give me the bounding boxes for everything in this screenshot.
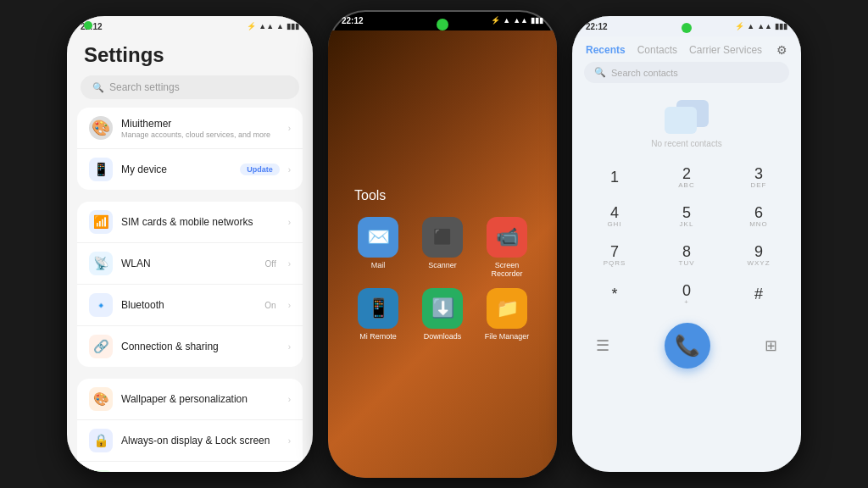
settings-search-bar[interactable]: 🔍 Search settings — [81, 75, 299, 99]
key-5[interactable]: 5JKL — [658, 197, 715, 235]
home-screen: Tools ✉️ Mail ⬛ Scanner 📹 Screen Recorde… — [328, 30, 557, 478]
network-card: 📶 SIM cards & mobile networks › 📡 WLAN O… — [77, 202, 303, 367]
bluetooth-value: On — [264, 301, 275, 310]
profile-name: Miuithemer — [121, 118, 280, 130]
app-scanner[interactable]: ⬛ Scanner — [415, 217, 470, 278]
aod-chevron: › — [288, 436, 291, 446]
tab-contacts[interactable]: Contacts — [637, 44, 677, 56]
aod-label: Always-on display & Lock screen — [121, 435, 280, 446]
bluetooth-row[interactable]: 🔹 Bluetooth On › — [77, 285, 303, 326]
sim-row[interactable]: 📶 SIM cards & mobile networks › — [77, 202, 303, 243]
tab-recents[interactable]: Recents — [586, 44, 626, 56]
key-3-number: 3 — [754, 166, 763, 181]
contact-search-bar[interactable]: 🔍 Search contacts — [584, 62, 789, 83]
key-3-letters: DEF — [751, 181, 767, 189]
wlan-icon: 📡 — [89, 252, 113, 275]
scanner-label: Scanner — [428, 261, 457, 269]
key-5-number: 5 — [682, 205, 691, 220]
no-contacts-icon — [665, 100, 709, 134]
settings-screen: Settings 🔍 Search settings 🎨 Miuithemer … — [67, 36, 313, 472]
key-4[interactable]: 4GHI — [586, 197, 643, 235]
key-7[interactable]: 7PQRS — [586, 236, 643, 274]
key-1[interactable]: 1 — [586, 158, 643, 196]
dialer-bottom-bar: ☰ 📞 ⊞ — [572, 318, 801, 374]
dialpad: 1 2ABC 3DEF 4GHI 5JKL 6MNO 7PQRS 8TUV 9W… — [572, 155, 801, 318]
profile-card: 🎨 Miuithemer Manage accounts, cloud serv… — [77, 108, 303, 190]
wallpaper-chevron: › — [288, 395, 291, 404]
connection-text: Connection & sharing — [121, 341, 280, 352]
app-file-manager[interactable]: 📁 File Manager — [480, 288, 534, 341]
device-row[interactable]: 📱 My device Update › — [77, 149, 303, 190]
sim-icon: 📶 — [89, 210, 113, 234]
device-text: My device — [121, 164, 231, 175]
key-8[interactable]: 8TUV — [658, 236, 715, 274]
search-contacts-placeholder: Search contacts — [611, 68, 678, 78]
call-button[interactable]: 📞 — [665, 323, 710, 369]
mail-label: Mail — [371, 261, 386, 269]
dialpad-icon[interactable]: ⊞ — [765, 336, 777, 355]
bt-icon-r: ⚡ — [735, 22, 744, 30]
screen-recorder-icon: 📹 — [487, 217, 527, 258]
bluetooth-label: Bluetooth — [121, 299, 256, 311]
search-icon: 🔍 — [92, 82, 104, 93]
wlan-chevron: › — [288, 259, 291, 269]
key-hash[interactable]: # — [730, 275, 787, 313]
profile-row[interactable]: 🎨 Miuithemer Manage accounts, cloud serv… — [77, 108, 303, 149]
key-8-letters: TUV — [679, 259, 695, 267]
key-6[interactable]: 6MNO — [730, 197, 787, 235]
signal-icon-r: ▲▲ — [757, 22, 772, 30]
file-manager-label: File Manager — [485, 332, 530, 341]
device-chevron: › — [288, 165, 291, 175]
dialer-screen: Recents Contacts Carrier Services ⚙ 🔍 Se… — [572, 36, 801, 472]
key-8-number: 8 — [682, 244, 691, 259]
key-9[interactable]: 9WXYZ — [730, 236, 787, 274]
wifi-icon: ▲ — [276, 22, 284, 30]
bluetooth-icon: 🔹 — [89, 293, 113, 317]
dialpad-row-2: 4GHI 5JKL 6MNO — [586, 197, 787, 235]
key-2[interactable]: 2ABC — [658, 158, 715, 196]
key-star-number: * — [611, 286, 617, 302]
dialpad-row-1: 1 2ABC 3DEF — [586, 158, 787, 196]
app-screen-recorder[interactable]: 📹 Screen Recorder — [480, 217, 534, 278]
sim-chevron: › — [288, 218, 291, 227]
signal-icon-m: ▲▲ — [513, 16, 528, 25]
key-5-letters: JKL — [680, 220, 694, 228]
status-bar-left: 22:12 ⚡ ▲▲ ▲ ▮▮▮ — [67, 16, 313, 36]
key-1-number: 1 — [610, 169, 619, 185]
display-row[interactable]: 💡 Display › — [77, 462, 303, 472]
connection-icon: 🔗 — [89, 335, 113, 358]
connection-row[interactable]: 🔗 Connection & sharing › — [77, 326, 303, 367]
screen-recorder-label: Screen Recorder — [480, 261, 534, 278]
device-update-badge[interactable]: Update — [240, 164, 280, 175]
scanner-icon: ⬛ — [422, 217, 463, 258]
app-downloads[interactable]: ⬇️ Downloads — [415, 288, 470, 341]
key-3[interactable]: 3DEF — [730, 158, 787, 196]
key-star[interactable]: * — [586, 275, 643, 313]
key-0[interactable]: 0+ — [658, 275, 715, 313]
app-mail[interactable]: ✉️ Mail — [351, 217, 405, 278]
key-4-letters: GHI — [607, 220, 621, 228]
profile-subtitle: Manage accounts, cloud services, and mor… — [121, 130, 280, 139]
tab-carrier-services[interactable]: Carrier Services — [689, 44, 762, 56]
battery-icon: ▮▮▮ — [287, 22, 299, 30]
aod-text: Always-on display & Lock screen — [121, 435, 280, 446]
key-0-letters: + — [684, 298, 689, 306]
aod-row[interactable]: 🔒 Always-on display & Lock screen › — [77, 420, 303, 462]
front-camera-middle — [437, 19, 448, 30]
display-card: 🎨 Wallpaper & personalization › 🔒 Always… — [77, 379, 303, 472]
menu-icon[interactable]: ☰ — [596, 336, 609, 355]
gear-icon[interactable]: ⚙ — [776, 43, 787, 57]
wallpaper-label: Wallpaper & personalization — [121, 393, 280, 405]
key-6-letters: MNO — [749, 220, 768, 228]
app-mi-remote[interactable]: 📱 Mi Remote — [351, 288, 405, 341]
app-grid: ✉️ Mail ⬛ Scanner 📹 Screen Recorder 📱 Mi… — [351, 217, 534, 341]
search-icon-dialer: 🔍 — [594, 67, 606, 78]
wallpaper-row[interactable]: 🎨 Wallpaper & personalization › — [77, 379, 303, 420]
key-2-number: 2 — [682, 166, 691, 181]
dialpad-row-3: 7PQRS 8TUV 9WXYZ — [586, 236, 787, 274]
bt-icon-m: ⚡ — [491, 16, 500, 25]
connection-chevron: › — [288, 342, 291, 352]
wlan-row[interactable]: 📡 WLAN Off › — [77, 243, 303, 285]
sim-text: SIM cards & mobile networks — [121, 216, 280, 228]
search-placeholder: Search settings — [109, 81, 180, 93]
